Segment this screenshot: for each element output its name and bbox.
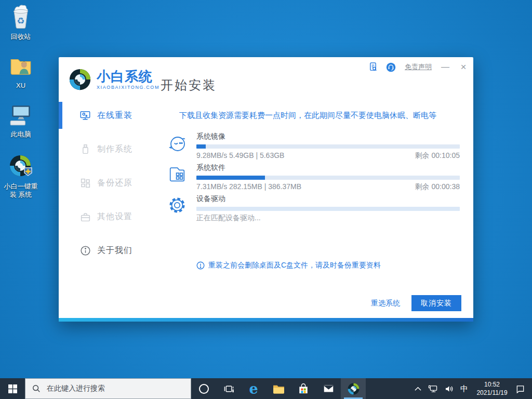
clock-time: 10:52 — [484, 381, 500, 388]
tray-volume-icon[interactable] — [444, 378, 455, 399]
mascot-face-icon — [167, 133, 188, 154]
progress-fill — [196, 176, 265, 180]
download-stats: 9.28MB/s 5.49GB | 5.63GB — [196, 151, 284, 161]
taskbar: 在此键入进行搜索 e — [0, 378, 532, 399]
windows-logo-icon — [8, 384, 17, 393]
start-button[interactable] — [0, 378, 25, 399]
edge-icon: e — [249, 381, 258, 397]
usb-drive-icon — [79, 143, 91, 155]
sidebar-item-online-reinstall[interactable]: 在线重装 — [59, 102, 156, 129]
logo-subtitle: XIAOBAIXITONG.COM — [97, 85, 159, 90]
support-headset-icon[interactable] — [386, 62, 396, 72]
footer-actions: 重选系统 取消安装 — [371, 295, 461, 311]
tray-chevron-up-icon[interactable] — [414, 378, 422, 399]
user-folder-icon — [9, 54, 33, 78]
disclaimer-doc-icon[interactable] — [369, 62, 377, 72]
minimize-button[interactable]: — — [441, 62, 450, 72]
desktop-icon-label: 回收站 — [2, 33, 40, 41]
progress-bar-system-software — [196, 176, 460, 180]
sidebar-item-backup-restore[interactable]: 备份还原 — [59, 169, 156, 196]
file-explorer-button[interactable] — [266, 378, 291, 399]
cortana-button[interactable] — [191, 378, 216, 399]
sidebar-item-label: 在线重装 — [97, 110, 132, 121]
cortana-icon — [199, 384, 209, 394]
install-progress-panel: 下载且收集资源需要耗费一点时间，在此期间尽量不要使电脑休眠、断电等 — [156, 102, 473, 318]
task-row-device-driver: 设备驱动 正在匹配设备驱动... — [156, 194, 473, 225]
task-view-button[interactable] — [216, 378, 241, 399]
recycle-bin-icon: ♻ — [9, 4, 33, 29]
driver-status-text: 正在匹配设备驱动... — [196, 214, 460, 223]
task-title: 设备驱动 — [196, 194, 460, 204]
sidebar: 在线重装 制作系统 — [59, 102, 156, 318]
window-header: 小白系统 XIAOBAIXITONG.COM 开始安装 — [59, 57, 473, 102]
xiaobai-logo-icon — [68, 68, 92, 91]
sidebar-item-label: 备份还原 — [97, 178, 132, 189]
search-placeholder: 在此键入进行搜索 — [47, 384, 105, 393]
warning-text: 重装之前会删除桌面及C盘文件，请及时备份重要资料 — [208, 261, 381, 270]
titlebar-controls: 免责声明 — × — [369, 61, 468, 73]
close-button[interactable]: × — [459, 61, 468, 73]
desktop-icon-recycle-bin[interactable]: ♻ 回收站 — [2, 4, 40, 41]
info-icon — [79, 245, 91, 256]
desktop-icon-label: XU — [2, 82, 40, 90]
svg-text:♻: ♻ — [17, 16, 24, 26]
progress-fill — [196, 144, 206, 149]
sidebar-item-other-settings[interactable]: 其他设置 — [59, 203, 156, 230]
sidebar-item-label: 制作系统 — [97, 144, 132, 155]
store-icon — [298, 383, 309, 394]
task-title: 系统软件 — [196, 163, 460, 172]
search-icon — [32, 384, 41, 393]
task-view-icon — [224, 384, 234, 394]
page-title: 开始安装 — [161, 77, 217, 94]
tray-network-icon[interactable] — [427, 378, 439, 399]
edge-browser-button[interactable]: e — [241, 378, 266, 399]
task-stats: 9.28MB/s 5.49GB | 5.63GB 剩余 00:10:05 — [196, 151, 460, 161]
mail-icon — [323, 384, 334, 393]
system-tray: 中 10:52 2021/11/19 — [414, 378, 532, 399]
progress-bar-system-image — [196, 144, 460, 149]
window-bottom-accent — [59, 318, 473, 322]
xiaobai-installer-window: 小白系统 XIAOBAIXITONG.COM 开始安装 — [59, 57, 473, 322]
desktop: ♻ 回收站 XU 此电脑 — [0, 0, 532, 399]
task-stats: 7.31MB/s 282.15MB | 386.37MB 剩余 00:00:38 — [196, 182, 460, 192]
cancel-install-button[interactable]: 取消安装 — [411, 295, 461, 311]
taskbar-search-input[interactable]: 在此键入进行搜索 — [25, 378, 191, 399]
tray-ime-indicator[interactable]: 中 — [459, 378, 469, 399]
active-indicator — [59, 102, 62, 129]
mail-button[interactable] — [316, 378, 341, 399]
progress-bar-device-driver — [196, 207, 460, 211]
action-center-icon[interactable] — [515, 378, 526, 399]
logo-title: 小白系统 — [97, 70, 159, 83]
task-list: 系统镜像 9.28MB/s 5.49GB | 5.63GB 剩余 00:10:0… — [156, 132, 473, 225]
backup-grid-icon — [79, 178, 91, 189]
desktop-icon-this-pc[interactable]: 此电脑 — [2, 104, 40, 139]
xiaobai-logo-icon — [347, 382, 360, 395]
file-explorer-icon — [273, 384, 285, 394]
desktop-icon-label: 此电脑 — [2, 130, 40, 139]
app-logo: 小白系统 XIAOBAIXITONG.COM — [68, 68, 159, 91]
gear-icon — [167, 195, 188, 216]
desktop-icon-user-folder[interactable]: XU — [2, 54, 40, 90]
briefcase-icon — [79, 211, 91, 222]
reselect-system-button[interactable]: 重选系统 — [371, 299, 400, 308]
sidebar-item-label: 其他设置 — [97, 211, 132, 222]
desktop-icon-label: 小白一键重装 系统 — [2, 182, 40, 200]
task-main: 设备驱动 正在匹配设备驱动... — [196, 194, 460, 223]
software-folder-icon — [167, 164, 188, 185]
backup-warning: 重装之前会删除桌面及C盘文件，请及时备份重要资料 — [196, 261, 381, 270]
task-main: 系统软件 7.31MB/s 282.15MB | 386.37MB 剩余 00:… — [196, 163, 460, 192]
disclaimer-link[interactable]: 免责声明 — [405, 62, 432, 72]
warning-icon — [196, 261, 205, 270]
online-reinstall-icon — [79, 110, 91, 121]
xiaobai-app-taskbar-button[interactable] — [341, 378, 366, 399]
time-remaining: 剩余 00:00:38 — [415, 182, 460, 192]
sidebar-item-about-us[interactable]: 关于我们 — [59, 237, 156, 264]
microsoft-store-button[interactable] — [291, 378, 316, 399]
xiaobai-logo-icon — [8, 154, 33, 179]
desktop-icon-xiaobai-app[interactable]: 小白一键重装 系统 — [2, 154, 40, 200]
sidebar-item-make-system[interactable]: 制作系统 — [59, 136, 156, 163]
sidebar-item-label: 关于我们 — [97, 245, 132, 256]
clock-date: 2021/11/19 — [476, 389, 507, 396]
tray-clock[interactable]: 10:52 2021/11/19 — [474, 378, 510, 399]
install-note: 下载且收集资源需要耗费一点时间，在此期间尽量不要使电脑休眠、断电等 — [179, 111, 436, 121]
